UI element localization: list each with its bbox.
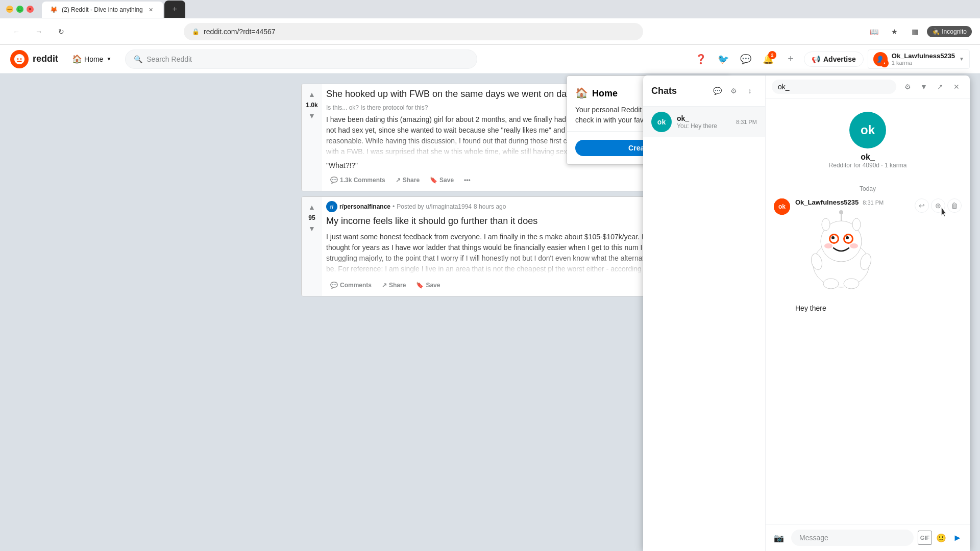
chats-sidebar: Chats 💬 ⚙ ↕ ok ok_ You: Hey there 8:31 P… [643, 76, 766, 551]
chat-settings-btn[interactable]: ⚙ [900, 80, 915, 94]
chat-input-area: 📷 GIF 🙂 ► [766, 524, 970, 551]
comments-label-1: 1.3k Comments [340, 177, 385, 184]
gif-btn[interactable]: GIF [918, 531, 932, 545]
post-actions-2: 💬 Comments ↗ Share 🔖 Save [326, 279, 674, 292]
chat-profile-section: ok ok_ Redditor for 4090d · 1 karma [829, 112, 907, 169]
chat-item-time-0: 8:31 PM [736, 119, 757, 125]
emoji-btn[interactable]: 🙂 [934, 531, 948, 545]
awards-icon-btn[interactable]: 🐦 [714, 50, 732, 68]
user-menu-arrow: ▼ [959, 56, 964, 62]
upvote-btn-1[interactable]: ▲ [306, 88, 318, 101]
chat-main: ⚙ ▼ ↗ ✕ ok ok_ Redditor for 4090d · 1 ka… [766, 76, 970, 551]
tab-close-btn[interactable]: ✕ [147, 6, 155, 14]
vote-column-1: ▲ 1.0k ▼ [302, 84, 322, 191]
share-icon-2: ↗ [382, 282, 387, 289]
chat-icon: 💬 [740, 54, 751, 65]
browser-tab-active[interactable]: 🦊 (2) Reddit - Dive into anything ✕ [42, 2, 163, 18]
save-btn-2[interactable]: 🔖 Save [412, 279, 444, 292]
profile-karma: 1 karma [885, 162, 906, 169]
svg-point-5 [822, 218, 830, 231]
downvote-btn-2[interactable]: ▼ [306, 222, 318, 235]
vote-count-2: 95 [308, 214, 315, 221]
svg-point-16 [839, 210, 843, 214]
reply-btn-0[interactable]: ↩ [915, 198, 929, 213]
message-input[interactable] [791, 530, 914, 546]
post-meta-2: r/ r/personalfinance • Posted by u/Imagi… [326, 201, 674, 212]
home-label: Home [84, 55, 103, 63]
chat-profile-meta: Redditor for 4090d · 1 karma [829, 162, 907, 169]
address-bar-actions: 📖 ★ ▦ 🕵 Incognito [866, 23, 972, 40]
svg-point-14 [850, 243, 858, 248]
react-btn-0[interactable]: ⊕ [931, 198, 945, 213]
share-btn-2[interactable]: ↗ Share [378, 279, 410, 292]
chats-title: Chats [651, 86, 677, 96]
reload-btn[interactable]: ↻ [53, 23, 69, 40]
chat-settings-icon[interactable]: ⚙ [726, 84, 741, 98]
search-placeholder: Search Reddit [146, 55, 192, 63]
more-btn-1[interactable]: ••• [460, 173, 475, 187]
chat-list: ok ok_ You: Hey there 8:31 PM [643, 107, 765, 551]
save-icon-1: 🔖 [430, 177, 437, 184]
subreddit-link-2[interactable]: r/personalfinance [339, 203, 390, 210]
snoo-mascot [795, 208, 887, 300]
chat-close-btn[interactable]: ✕ [949, 80, 964, 94]
maximize-btn[interactable]: □ [16, 6, 23, 13]
comments-btn-2[interactable]: 💬 Comments [326, 279, 376, 292]
post-actions-1: 💬 1.3k Comments ↗ Share 🔖 Save ••• [326, 173, 674, 187]
back-btn[interactable]: ← [8, 23, 24, 40]
reddit-logo[interactable]: reddit [10, 50, 58, 68]
camera-icon[interactable]: 📷 [771, 530, 787, 546]
chat-filter-btn[interactable]: 💬 [710, 84, 724, 98]
search-bar[interactable]: 🔍 Search Reddit [125, 49, 477, 69]
chat-msg-name-0: Ok_Lawfulness5235 [795, 198, 859, 206]
minimize-btn[interactable]: — [6, 6, 13, 13]
bookmark-icon[interactable]: ★ [886, 23, 902, 40]
forward-btn[interactable]: → [31, 23, 47, 40]
notifications-icon-btn[interactable]: 🔔 2 [759, 50, 777, 68]
home-icon: 🏠 [72, 54, 82, 64]
post-card-2[interactable]: ▲ 95 ▼ r/ r/personalfinance • Posted by … [301, 196, 679, 296]
share-icon-1: ↗ [396, 177, 401, 184]
chat-msg-avatar-0: ok [774, 198, 790, 215]
new-tab-btn[interactable]: + [164, 1, 185, 18]
delete-btn-0[interactable]: 🗑 [947, 198, 962, 213]
user-menu[interactable]: 👤 • Ok_Lawfulness5235 1 karma ▼ [868, 49, 970, 69]
send-btn[interactable]: ► [950, 531, 965, 545]
reader-mode-icon[interactable]: 📖 [866, 23, 882, 40]
chat-expand-btn[interactable]: ▼ [917, 80, 931, 94]
tab-title: (2) Reddit - Dive into anything [62, 6, 143, 13]
post-intro-1: Is this... ok? Is there protocol for thi… [326, 104, 428, 111]
add-icon-btn[interactable]: + [781, 50, 800, 68]
chat-popout-btn[interactable]: ↗ [933, 80, 947, 94]
home-nav[interactable]: 🏠 Home ▼ [66, 51, 117, 67]
share-btn-1[interactable]: ↗ Share [391, 173, 424, 187]
post-title-2: My income feels like it should go furthe… [326, 215, 674, 227]
help-icon: ❓ [695, 54, 706, 65]
chat-profile-avatar: ok [849, 112, 886, 148]
chat-item-name-0: ok_ [677, 114, 731, 122]
save-label-2: Save [426, 282, 440, 289]
chat-date-divider: Today [774, 185, 962, 192]
save-btn-1[interactable]: 🔖 Save [426, 173, 458, 187]
url-bar[interactable]: 🔒 reddit.com/?rdt=44567 [184, 23, 643, 40]
downvote-btn-1[interactable]: ▼ [306, 110, 318, 122]
chat-search-input[interactable] [772, 80, 896, 94]
chat-avatar-0: ok [651, 112, 672, 132]
chat-icon-btn[interactable]: 💬 [737, 50, 755, 68]
chat-item-0[interactable]: ok ok_ You: Hey there 8:31 PM [643, 107, 765, 137]
upvote-btn-2[interactable]: ▲ [306, 201, 318, 213]
user-info: Ok_Lawfulness5235 1 karma [892, 52, 955, 66]
chat-msg-text-0: Hey there [795, 304, 962, 312]
advertise-btn[interactable]: 📢 Advertise [804, 52, 864, 67]
close-btn[interactable]: ✕ [27, 6, 34, 13]
sidebar-icon[interactable]: ▦ [906, 23, 923, 40]
awards-icon: 🐦 [718, 54, 729, 65]
vote-count-1: 1.0k [306, 102, 317, 109]
post-content-2: r/ r/personalfinance • Posted by u/Imagi… [322, 197, 678, 295]
chat-conversation: ok ok_ Redditor for 4090d · 1 karma Toda… [766, 98, 970, 524]
save-label-1: Save [439, 177, 454, 184]
profile-redditor-age: Redditor for 4090d [829, 162, 879, 169]
help-icon-btn[interactable]: ❓ [692, 50, 710, 68]
chat-sort-btn[interactable]: ↕ [743, 84, 757, 98]
comments-btn-1[interactable]: 💬 1.3k Comments [326, 173, 389, 187]
